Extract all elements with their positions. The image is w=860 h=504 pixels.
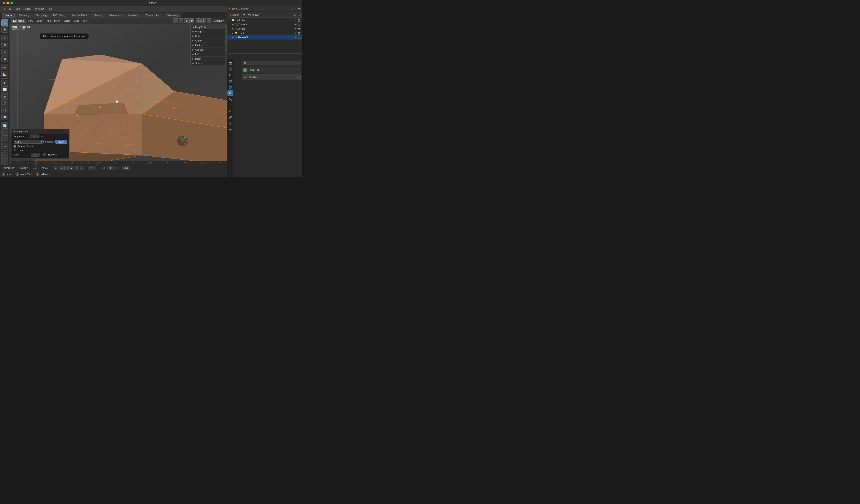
looptools-gstretch[interactable]: ▶ Gstretch (191, 47, 225, 52)
smooth-tool-button[interactable]: ≈ (1, 129, 8, 135)
cylinder-eye-icon[interactable]: 👁 (295, 27, 297, 30)
looptools-dots[interactable]: ⋯ (221, 26, 223, 29)
looptools-curve[interactable]: ▶ Curve (191, 39, 225, 43)
mode-selector[interactable]: Edit Mode (11, 19, 26, 23)
vertex-menu[interactable]: Vertex (62, 19, 71, 23)
marker-menu[interactable]: Marker (41, 166, 51, 170)
loop-cut-tool-button[interactable]: ⬡ (1, 100, 8, 106)
xray-toggle[interactable]: ⬚ (207, 18, 212, 23)
mode-select[interactable]: Cubic ▾ (14, 140, 44, 144)
prop-material-icon[interactable]: ◉ (227, 127, 233, 132)
prop-constraints-icon[interactable]: 🔗 (227, 114, 233, 120)
minimize-button[interactable] (6, 2, 9, 4)
strength-value[interactable]: 3.00 (55, 140, 67, 144)
outliner-camera-icon[interactable]: 📷 (298, 8, 301, 10)
scene-dropdown-icon[interactable]: ⬡ (229, 13, 231, 16)
prop-physics-icon[interactable]: ⚙ (227, 109, 233, 114)
cursor-tool-button[interactable]: ⊕ (1, 26, 8, 33)
move-tool-button[interactable]: ✛ (1, 35, 8, 42)
plane-eye-icon[interactable]: 👁 (295, 36, 297, 39)
prev-frame-button[interactable]: ◀ (59, 166, 63, 170)
knife-tool-button[interactable]: ✂ (1, 107, 8, 113)
prop-data-icon[interactable]: ⬡ (227, 120, 233, 126)
overlays-toggle[interactable]: ⊚ (201, 18, 206, 23)
camera-eye-icon[interactable]: 👁 (295, 23, 297, 26)
menu-help[interactable]: Help (46, 7, 54, 11)
prop-particles-icon[interactable]: ⁘ (227, 102, 233, 108)
gizmo-toggle[interactable]: ⊕ (196, 18, 201, 23)
window-controls[interactable] (3, 2, 13, 4)
start-frame[interactable]: 1 (107, 166, 114, 170)
tab-animation[interactable]: Animation (106, 13, 124, 18)
tab-uv-editing[interactable]: UV Editing (50, 13, 69, 18)
reverse-checkbox[interactable] (43, 153, 46, 156)
rotate-tool-button[interactable]: ↻ (1, 42, 8, 48)
next-frame-button[interactable]: ▷ (75, 166, 79, 170)
shear-tool-button[interactable]: ⟋ (1, 152, 8, 158)
tab-compositing[interactable]: Compositing (143, 13, 163, 18)
solid-shading-icon[interactable]: ● (178, 18, 183, 23)
transform-tool-button[interactable]: ⊞ (1, 56, 8, 62)
timeline-view-menu[interactable]: View (31, 166, 39, 170)
prop-modifier-icon[interactable]: 🔧 (227, 96, 233, 102)
collection-arrow[interactable]: ▼ (229, 8, 231, 10)
extrude-tool-button[interactable]: ⬆ (1, 80, 8, 86)
object-link-icon[interactable]: ↗ (297, 69, 299, 72)
wireframe-icon[interactable]: ⬡ (173, 18, 178, 23)
looptools-relax[interactable]: ▶ Relax (191, 57, 225, 61)
segments-value[interactable]: 4 (30, 134, 39, 139)
outliner-check-icon[interactable]: ☑ (290, 8, 293, 10)
keying-menu[interactable]: Keying ▾ (18, 166, 30, 170)
scale-tool-button[interactable]: ⤡ (1, 48, 8, 55)
prop-scene-icon[interactable]: 🎬 (227, 78, 233, 84)
add-modifier-button[interactable]: Add Modifier ▾ (242, 74, 301, 80)
rendered-shading-icon[interactable]: ⬢ (189, 18, 194, 23)
tab-layout[interactable]: Layout (2, 13, 16, 18)
tab-shading[interactable]: Shading (90, 13, 106, 18)
collection-render-icon[interactable]: 📷 (298, 19, 301, 21)
select-menu[interactable]: Select (35, 19, 44, 23)
select-tool-button[interactable]: ↖ (1, 19, 8, 26)
camera-render-icon[interactable]: 📷 (298, 23, 301, 26)
prop-render-icon[interactable]: 📷 (227, 60, 233, 66)
looptools-bridge[interactable]: ▶ Bridge (191, 29, 225, 34)
jump-end-button[interactable]: ⏭ (80, 166, 84, 170)
material-shading-icon[interactable]: ◉ (184, 18, 189, 23)
prop-view-layer-icon[interactable]: ◧ (227, 72, 233, 78)
prop-object-icon[interactable]: ◻ (227, 90, 233, 96)
looptools-space[interactable]: ▶ Space (191, 61, 225, 66)
menu-edit[interactable]: Edit (14, 7, 22, 11)
annotate-tool-button[interactable]: ✏ (1, 64, 8, 71)
tree-item-camera[interactable]: ▶ 📷 Camera 👁 📷 (227, 22, 302, 27)
edge-menu[interactable]: Edge (72, 19, 81, 23)
spin-tool-button[interactable]: 🔄 (1, 123, 8, 129)
looptools-loft[interactable]: ▶ Loft (191, 52, 225, 57)
light-eye-icon[interactable]: 👁 (295, 32, 297, 34)
remove-faces-checkbox[interactable]: ✓ (14, 145, 16, 147)
randomize-tool-button[interactable]: ⁙ (1, 136, 8, 143)
inset-tool-button[interactable]: ⬜ (1, 86, 8, 93)
looptools-circle[interactable]: ▶ Circle (191, 34, 225, 39)
slide-relax-tool-button[interactable]: ⇔ (1, 143, 8, 149)
collection-eye-icon[interactable]: 👁 (295, 19, 297, 21)
current-frame[interactable]: 1 (88, 166, 96, 170)
tree-item-plane002[interactable]: ▶ ⬡ Plane.002 👁 📷 (227, 35, 302, 40)
end-frame[interactable]: 250 (122, 166, 130, 170)
twist-value[interactable]: 0 (31, 153, 40, 157)
tree-item-collection[interactable]: ▼ 📁 Collection ☑ 👁 📷 (227, 18, 302, 22)
object-name-field[interactable]: ⬡ Plane.002 ↗ (242, 67, 301, 73)
tree-item-light[interactable]: ▶ 💡 Light 👁 📷 (227, 31, 302, 35)
tab-modeling[interactable]: Modeling (16, 13, 33, 18)
options-menu[interactable]: Options ▾ (212, 19, 225, 23)
play-rev-button[interactable]: ◁ (64, 166, 69, 170)
play-button[interactable]: ▶ (70, 166, 74, 170)
prop-output-icon[interactable]: ⬛ (227, 66, 233, 72)
viewport-3d[interactable]: Edit Mode View Select Add Mesh Vertex Ed… (10, 18, 227, 165)
bevel-tool-button[interactable]: ◈ (1, 93, 8, 100)
viewport-gizmo[interactable] (176, 134, 189, 147)
tab-rendering[interactable]: Rendering (125, 13, 142, 18)
playback-menu[interactable]: Playback ▾ (2, 166, 16, 170)
tree-item-cylinder[interactable]: ▶ ⬡ Cylinder 👁 📷 (227, 27, 302, 31)
view-menu[interactable]: View (27, 19, 34, 23)
looptools-collapse-icon[interactable]: ▼ (192, 26, 195, 28)
